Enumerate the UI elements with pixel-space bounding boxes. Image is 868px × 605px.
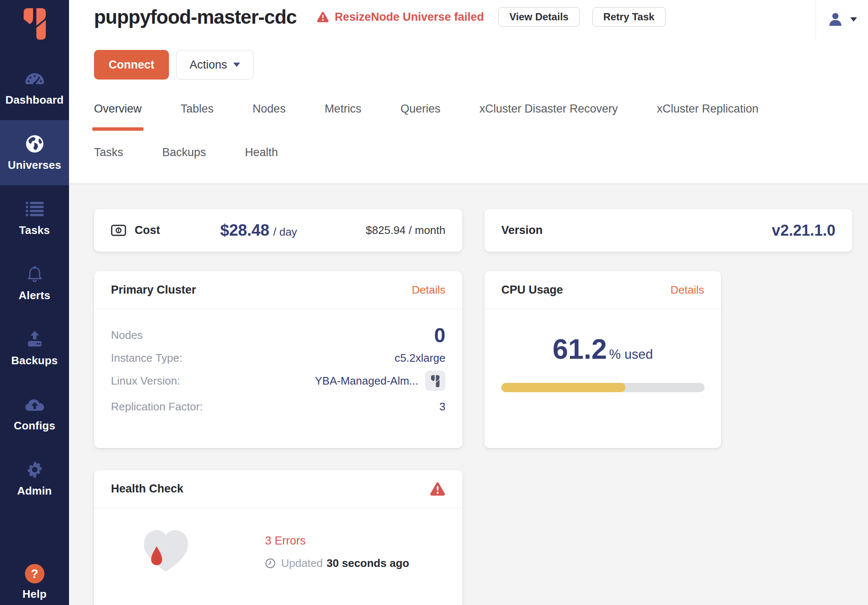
user-menu[interactable]	[815, 0, 868, 39]
linux-version-value: YBA-Managed-Alm...	[315, 374, 418, 388]
primary-cluster-body: Nodes 0 Instance Type: c5.2xlarge Linux …	[94, 309, 462, 413]
nodes-row: Nodes 0	[111, 322, 445, 348]
overview-content: Cost $28.48 / day $825.94 / month Versio…	[69, 183, 868, 605]
nodes-value: 0	[434, 324, 445, 347]
instance-type-row: Instance Type: c5.2xlarge	[111, 352, 445, 365]
sidebar-item-label: Admin	[17, 484, 52, 498]
instance-type-value: c5.2xlarge	[395, 352, 445, 365]
linux-version-row: Linux Version: YBA-Managed-Alm...	[111, 371, 445, 391]
yba-managed-badge[interactable]	[425, 371, 445, 391]
health-check-title: Health Check	[111, 482, 183, 495]
nodes-label: Nodes	[111, 329, 143, 342]
page-title: puppyfood-master-cdc	[94, 6, 296, 28]
cost-daily-value: $28.48	[220, 221, 269, 239]
money-icon	[111, 225, 126, 236]
cost-daily: $28.48 / day	[220, 221, 297, 239]
cpu-usage-body: 61.2 % used	[484, 309, 721, 392]
yugabyte-logo[interactable]	[0, 0, 69, 55]
gear-icon	[25, 460, 44, 479]
sidebar-item-alerts[interactable]: Alerts	[0, 250, 69, 316]
cpu-progress-bar	[501, 383, 705, 392]
version-value: v2.21.1.0	[772, 222, 835, 239]
cpu-percent-value: 61.2	[553, 333, 607, 365]
summary-row: Cost $28.48 / day $825.94 / month Versio…	[94, 209, 852, 252]
tab-bar-row2: Tasks Backups Health	[94, 146, 868, 159]
gauge-icon	[25, 69, 45, 88]
tab-xcluster-replication[interactable]: xCluster Replication	[657, 102, 758, 116]
warning-triangle-icon	[317, 11, 329, 23]
universe-header: puppyfood-master-cdc ResizeNode Universe…	[69, 0, 868, 183]
sidebar-item-label: Universes	[8, 159, 61, 172]
cpu-usage-card: CPU Usage Details 61.2 % used	[484, 271, 721, 448]
actions-button[interactable]: Actions	[176, 50, 254, 80]
cpu-usage-title: CPU Usage	[501, 283, 563, 297]
health-updated-value: 30 seconds ago	[326, 557, 409, 570]
health-check-header: Health Check	[94, 470, 462, 508]
version-card: Version v2.21.1.0	[484, 209, 852, 252]
sidebar: Dashboard Universes Tasks	[0, 0, 69, 605]
heart-drop-icon	[140, 527, 192, 578]
tab-xcluster-disaster-recovery[interactable]: xCluster Disaster Recovery	[479, 102, 618, 116]
instance-type-label: Instance Type:	[111, 352, 182, 365]
health-updated-row: Updated 30 seconds ago	[265, 557, 409, 570]
tab-tables[interactable]: Tables	[181, 102, 214, 116]
tab-nodes[interactable]: Nodes	[253, 102, 286, 116]
tab-bar-row1: Overview Tables Nodes Metrics Queries xC…	[94, 102, 868, 116]
chevron-down-icon	[233, 63, 240, 67]
clock-icon	[265, 558, 276, 569]
cpu-percent-suffix: % used	[609, 347, 653, 362]
sidebar-item-dashboard[interactable]: Dashboard	[0, 55, 69, 120]
cpu-usage-header: CPU Usage Details	[484, 271, 721, 309]
cloud-upload-icon	[25, 395, 45, 414]
tab-health[interactable]: Health	[245, 146, 278, 159]
task-error-banner: ResizeNode Universe failed	[317, 11, 484, 24]
cpu-progress-fill	[501, 383, 626, 392]
primary-cluster-card: Primary Cluster Details Nodes 0 Instance…	[94, 271, 462, 448]
tab-overview[interactable]: Overview	[94, 102, 142, 116]
sidebar-item-backups[interactable]: Backups	[0, 316, 69, 381]
tab-queries[interactable]: Queries	[401, 102, 441, 116]
toolbar: Connect Actions	[94, 50, 868, 80]
tab-tasks[interactable]: Tasks	[94, 146, 123, 159]
health-errors-link[interactable]: 3 Errors	[265, 534, 409, 547]
actions-button-label: Actions	[190, 58, 227, 72]
cpu-usage-details-link[interactable]: Details	[671, 283, 704, 297]
view-details-button[interactable]: View Details	[498, 7, 580, 27]
version-label: Version	[501, 224, 543, 237]
health-info: 3 Errors Updated 30 seconds ago	[265, 534, 409, 570]
tab-metrics[interactable]: Metrics	[325, 102, 362, 116]
sidebar-item-configs[interactable]: Configs	[0, 381, 69, 446]
health-check-card: Health Check 3 Errors	[94, 470, 462, 605]
connect-button[interactable]: Connect	[94, 50, 169, 80]
sidebar-item-label: Dashboard	[6, 94, 64, 107]
sidebar-item-admin[interactable]: Admin	[0, 446, 69, 511]
sidebar-item-label: Configs	[14, 419, 55, 432]
retry-task-button[interactable]: Retry Task	[592, 7, 666, 27]
yugabyte-logo-icon	[22, 6, 48, 41]
sidebar-item-label: Backups	[11, 354, 58, 367]
cluster-row: Primary Cluster Details Nodes 0 Instance…	[94, 271, 852, 448]
warning-triangle-icon	[430, 482, 445, 496]
cost-label: Cost	[135, 224, 160, 237]
globe-icon	[25, 134, 44, 154]
replication-factor-label: Replication Factor:	[111, 400, 203, 413]
primary-cluster-details-link[interactable]: Details	[412, 283, 445, 297]
cost-daily-suffix: / day	[273, 226, 297, 239]
sidebar-item-universes[interactable]: Universes	[0, 120, 69, 185]
sidebar-item-label: Tasks	[19, 224, 50, 237]
tab-backups[interactable]: Backups	[162, 146, 206, 159]
chevron-down-icon	[850, 17, 857, 22]
backup-upload-icon	[25, 330, 44, 349]
sidebar-item-tasks[interactable]: Tasks	[0, 185, 69, 250]
linux-version-label: Linux Version:	[111, 374, 180, 388]
list-icon	[25, 199, 44, 219]
sidebar-item-label: Alerts	[19, 289, 50, 302]
health-updated-label: Updated	[281, 557, 323, 570]
cost-monthly-value: $825.94 / month	[366, 224, 445, 237]
replication-factor-value: 3	[440, 400, 445, 413]
linux-version-right: YBA-Managed-Alm...	[315, 371, 445, 391]
bell-icon	[25, 264, 44, 284]
question-icon: ?	[25, 564, 44, 583]
sidebar-item-help[interactable]: ? Help	[0, 564, 69, 601]
title-row: puppyfood-master-cdc ResizeNode Universe…	[94, 0, 868, 28]
